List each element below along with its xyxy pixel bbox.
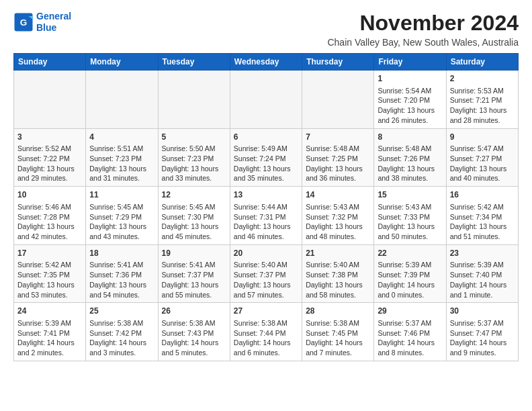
day-info: Sunrise: 5:42 AM Sunset: 7:34 PM Dayligh… [450, 202, 515, 242]
calendar-cell: 17Sunrise: 5:42 AM Sunset: 7:35 PM Dayli… [14, 244, 86, 303]
day-info: Sunrise: 5:40 AM Sunset: 7:38 PM Dayligh… [306, 260, 370, 300]
day-info: Sunrise: 5:39 AM Sunset: 7:41 PM Dayligh… [17, 318, 82, 358]
day-info: Sunrise: 5:45 AM Sunset: 7:30 PM Dayligh… [162, 202, 226, 242]
day-number: 1 [378, 73, 442, 85]
calendar-cell: 8Sunrise: 5:48 AM Sunset: 7:26 PM Daylig… [374, 128, 446, 187]
day-info: Sunrise: 5:43 AM Sunset: 7:33 PM Dayligh… [378, 202, 442, 242]
day-number: 25 [89, 306, 154, 317]
day-info: Sunrise: 5:52 AM Sunset: 7:22 PM Dayligh… [17, 144, 82, 183]
day-number: 26 [162, 306, 226, 317]
calendar-cell [302, 71, 374, 129]
weekday-header-row: SundayMondayTuesdayWednesdayThursdayFrid… [14, 54, 519, 71]
logo: G General Blue [13, 11, 71, 34]
day-number: 13 [234, 189, 298, 201]
weekday-header-friday: Friday [374, 54, 446, 71]
day-number: 14 [306, 189, 370, 201]
calendar-cell: 14Sunrise: 5:43 AM Sunset: 7:32 PM Dayli… [302, 187, 374, 245]
calendar-cell: 16Sunrise: 5:42 AM Sunset: 7:34 PM Dayli… [446, 187, 518, 245]
calendar-week-row: 24Sunrise: 5:39 AM Sunset: 7:41 PM Dayli… [14, 303, 519, 361]
calendar-cell: 2Sunrise: 5:53 AM Sunset: 7:21 PM Daylig… [446, 71, 518, 129]
day-info: Sunrise: 5:48 AM Sunset: 7:26 PM Dayligh… [378, 144, 442, 183]
day-number: 3 [17, 132, 82, 143]
weekday-header-monday: Monday [86, 54, 158, 71]
calendar-cell: 15Sunrise: 5:43 AM Sunset: 7:33 PM Dayli… [374, 187, 446, 245]
svg-text:G: G [20, 17, 28, 27]
calendar-cell: 29Sunrise: 5:37 AM Sunset: 7:46 PM Dayli… [374, 303, 446, 361]
day-info: Sunrise: 5:41 AM Sunset: 7:36 PM Dayligh… [89, 260, 154, 300]
day-number: 10 [17, 189, 82, 201]
logo-icon: G [13, 12, 34, 32]
day-number: 9 [450, 132, 515, 143]
calendar-cell [14, 71, 86, 129]
calendar-cell [158, 71, 230, 129]
day-number: 20 [234, 248, 298, 259]
day-info: Sunrise: 5:45 AM Sunset: 7:29 PM Dayligh… [89, 202, 154, 242]
calendar-cell: 30Sunrise: 5:37 AM Sunset: 7:47 PM Dayli… [446, 303, 518, 361]
calendar-cell: 3Sunrise: 5:52 AM Sunset: 7:22 PM Daylig… [14, 128, 86, 187]
calendar-cell: 5Sunrise: 5:50 AM Sunset: 7:23 PM Daylig… [158, 128, 230, 187]
weekday-header-saturday: Saturday [446, 54, 518, 71]
calendar-cell: 12Sunrise: 5:45 AM Sunset: 7:30 PM Dayli… [158, 187, 230, 245]
day-number: 11 [89, 189, 154, 201]
day-info: Sunrise: 5:42 AM Sunset: 7:35 PM Dayligh… [17, 260, 82, 300]
calendar-cell [86, 71, 158, 129]
logo-text: General Blue [36, 11, 71, 34]
day-number: 19 [162, 248, 226, 259]
calendar-cell: 7Sunrise: 5:48 AM Sunset: 7:25 PM Daylig… [302, 128, 374, 187]
day-number: 18 [89, 248, 154, 259]
calendar-cell: 26Sunrise: 5:38 AM Sunset: 7:43 PM Dayli… [158, 303, 230, 361]
calendar-week-row: 3Sunrise: 5:52 AM Sunset: 7:22 PM Daylig… [14, 128, 519, 187]
calendar-cell: 22Sunrise: 5:39 AM Sunset: 7:39 PM Dayli… [374, 244, 446, 303]
day-info: Sunrise: 5:51 AM Sunset: 7:23 PM Dayligh… [89, 144, 154, 183]
day-info: Sunrise: 5:40 AM Sunset: 7:37 PM Dayligh… [234, 260, 298, 300]
day-number: 2 [450, 73, 515, 85]
day-number: 30 [450, 306, 515, 317]
day-info: Sunrise: 5:48 AM Sunset: 7:25 PM Dayligh… [306, 144, 370, 183]
day-info: Sunrise: 5:46 AM Sunset: 7:28 PM Dayligh… [17, 202, 82, 242]
day-info: Sunrise: 5:38 AM Sunset: 7:42 PM Dayligh… [89, 318, 154, 358]
weekday-header-tuesday: Tuesday [158, 54, 230, 71]
calendar-cell: 27Sunrise: 5:38 AM Sunset: 7:44 PM Dayli… [230, 303, 302, 361]
calendar-cell: 28Sunrise: 5:38 AM Sunset: 7:45 PM Dayli… [302, 303, 374, 361]
day-number: 12 [162, 189, 226, 201]
day-number: 4 [89, 132, 154, 143]
month-title: November 2024 [327, 11, 519, 36]
day-info: Sunrise: 5:54 AM Sunset: 7:20 PM Dayligh… [378, 86, 442, 126]
day-info: Sunrise: 5:44 AM Sunset: 7:31 PM Dayligh… [234, 202, 298, 242]
day-number: 22 [378, 248, 442, 259]
day-info: Sunrise: 5:39 AM Sunset: 7:39 PM Dayligh… [378, 260, 442, 300]
day-number: 23 [450, 248, 515, 259]
day-info: Sunrise: 5:49 AM Sunset: 7:24 PM Dayligh… [234, 144, 298, 183]
title-block: November 2024 Chain Valley Bay, New Sout… [327, 11, 519, 48]
day-number: 15 [378, 189, 442, 201]
weekday-header-sunday: Sunday [14, 54, 86, 71]
calendar-cell: 9Sunrise: 5:47 AM Sunset: 7:27 PM Daylig… [446, 128, 518, 187]
calendar-cell: 25Sunrise: 5:38 AM Sunset: 7:42 PM Dayli… [86, 303, 158, 361]
day-info: Sunrise: 5:39 AM Sunset: 7:40 PM Dayligh… [450, 260, 515, 300]
day-number: 28 [306, 306, 370, 317]
day-info: Sunrise: 5:37 AM Sunset: 7:46 PM Dayligh… [378, 318, 442, 358]
day-number: 16 [450, 189, 515, 201]
day-info: Sunrise: 5:43 AM Sunset: 7:32 PM Dayligh… [306, 202, 370, 242]
day-info: Sunrise: 5:38 AM Sunset: 7:45 PM Dayligh… [306, 318, 370, 358]
weekday-header-thursday: Thursday [302, 54, 374, 71]
calendar-cell: 13Sunrise: 5:44 AM Sunset: 7:31 PM Dayli… [230, 187, 302, 245]
calendar-cell: 10Sunrise: 5:46 AM Sunset: 7:28 PM Dayli… [14, 187, 86, 245]
calendar-week-row: 17Sunrise: 5:42 AM Sunset: 7:35 PM Dayli… [14, 244, 519, 303]
calendar-cell: 23Sunrise: 5:39 AM Sunset: 7:40 PM Dayli… [446, 244, 518, 303]
day-info: Sunrise: 5:53 AM Sunset: 7:21 PM Dayligh… [450, 86, 515, 126]
calendar-cell: 24Sunrise: 5:39 AM Sunset: 7:41 PM Dayli… [14, 303, 86, 361]
calendar-cell: 1Sunrise: 5:54 AM Sunset: 7:20 PM Daylig… [374, 71, 446, 129]
page-header: G General Blue November 2024 Chain Valle… [13, 11, 519, 48]
weekday-header-wednesday: Wednesday [230, 54, 302, 71]
day-info: Sunrise: 5:37 AM Sunset: 7:47 PM Dayligh… [450, 318, 515, 358]
day-number: 17 [17, 248, 82, 259]
day-number: 8 [378, 132, 442, 143]
day-info: Sunrise: 5:38 AM Sunset: 7:44 PM Dayligh… [234, 318, 298, 358]
day-info: Sunrise: 5:38 AM Sunset: 7:43 PM Dayligh… [162, 318, 226, 358]
calendar-cell: 6Sunrise: 5:49 AM Sunset: 7:24 PM Daylig… [230, 128, 302, 187]
day-number: 29 [378, 306, 442, 317]
calendar-week-row: 10Sunrise: 5:46 AM Sunset: 7:28 PM Dayli… [14, 187, 519, 245]
calendar-cell: 18Sunrise: 5:41 AM Sunset: 7:36 PM Dayli… [86, 244, 158, 303]
day-number: 21 [306, 248, 370, 259]
